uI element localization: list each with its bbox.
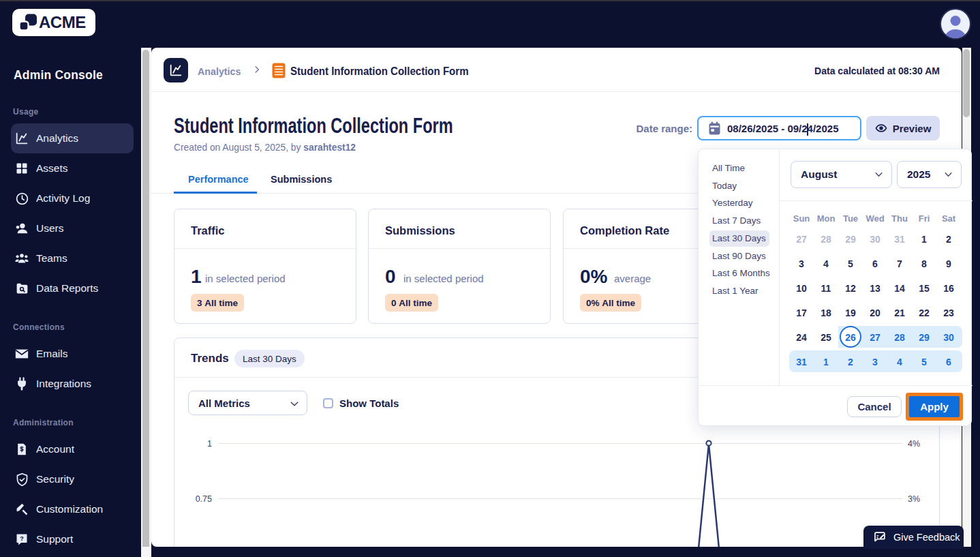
svg-text:?: ? (20, 535, 24, 542)
